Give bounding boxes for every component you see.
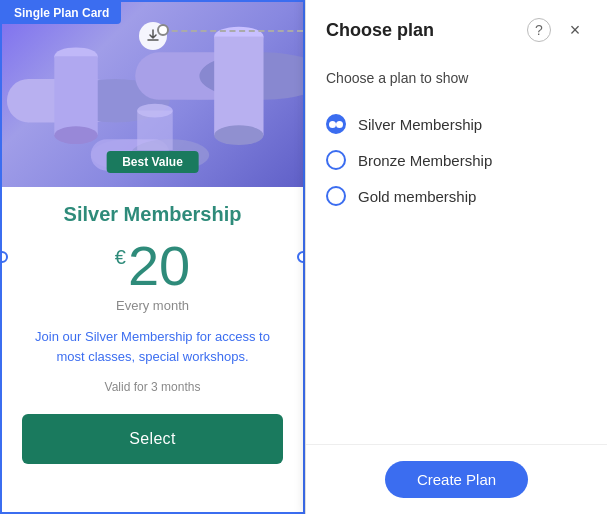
radio-label-bronze: Bronze Membership [358,152,492,169]
dialog-subtitle: Choose a plan to show [326,70,587,86]
radio-option-bronze[interactable]: Bronze Membership [326,142,587,178]
card-top-label: Single Plan Card [2,2,121,24]
top-dashed-line [162,30,303,32]
price-period: Every month [22,298,283,313]
main-container: Single Plan Card [0,0,607,514]
create-plan-button[interactable]: Create Plan [385,461,528,498]
svg-rect-16 [137,111,173,150]
radio-gold[interactable] [326,186,346,206]
dialog-footer: Create Plan [306,444,607,514]
svg-rect-10 [214,37,263,136]
plan-description: Join our Silver Membership for access to… [22,327,283,366]
close-button[interactable]: × [563,18,587,42]
dialog-header: Choose plan ? × [306,0,607,54]
svg-point-5 [54,126,97,144]
svg-point-11 [214,125,263,145]
dialog-panel: Choose plan ? × Choose a plan to show Si… [305,0,607,514]
top-dot [157,24,169,36]
validity-text: Valid for 3 months [22,380,283,394]
dialog-body: Choose a plan to show Silver Membership … [306,54,607,444]
card-panel: Single Plan Card [0,0,305,514]
dialog-title: Choose plan [326,20,434,41]
radio-option-gold[interactable]: Gold membership [326,178,587,214]
best-value-badge: Best Value [106,151,199,173]
price-row: € 20 [22,238,283,294]
radio-label-silver: Silver Membership [358,116,482,133]
select-button[interactable]: Select [22,414,283,464]
card-body: Silver Membership € 20 Every month Join … [2,187,303,480]
plan-name: Silver Membership [22,203,283,226]
right-drag-handle[interactable] [297,251,305,263]
price-amount: 20 [128,238,190,294]
dialog-actions: ? × [527,18,587,42]
radio-silver[interactable] [326,114,346,134]
radio-bronze[interactable] [326,150,346,170]
radio-label-gold: Gold membership [358,188,476,205]
help-button[interactable]: ? [527,18,551,42]
radio-option-silver[interactable]: Silver Membership [326,106,587,142]
svg-rect-4 [54,56,97,135]
currency-symbol: € [115,246,126,269]
